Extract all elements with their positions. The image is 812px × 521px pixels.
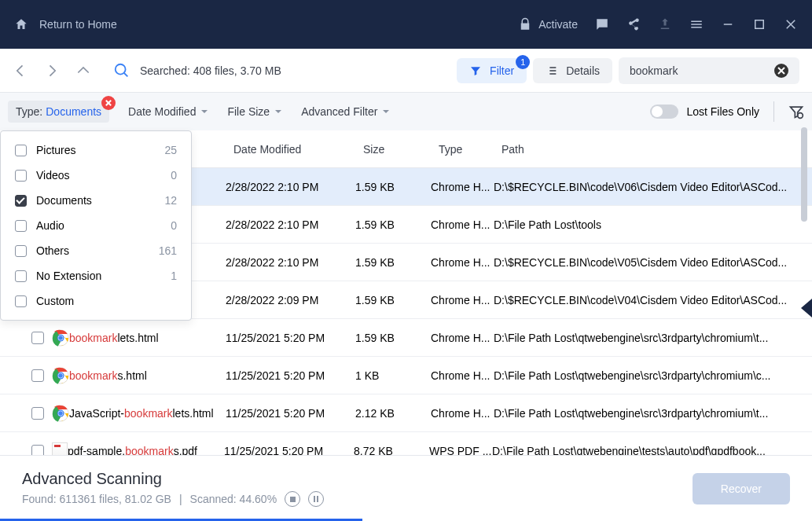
x-icon: [777, 67, 785, 75]
file-type: Chrome H...: [431, 332, 494, 344]
menu-icon[interactable]: [689, 17, 704, 31]
lost-files-toggle[interactable]: Lost Files Only: [650, 105, 759, 119]
dropdown-item[interactable]: Audio0: [1, 213, 191, 238]
file-path: D:\$RECYCLE.BIN\code\V05\Cisdem Video Ed…: [494, 256, 812, 269]
dropdown-item[interactable]: Custom: [1, 288, 191, 314]
column-date[interactable]: Date Modified: [233, 143, 363, 156]
row-checkbox[interactable]: [31, 407, 44, 420]
search-box[interactable]: [619, 57, 799, 84]
filter-icon: [469, 64, 482, 77]
file-type: Chrome H...: [431, 369, 494, 382]
row-checkbox[interactable]: [31, 369, 44, 382]
forward-button[interactable]: [44, 63, 60, 79]
table-row[interactable]: JavaScript-bookmarklets.html11/25/2021 5…: [0, 394, 812, 432]
file-table: Date Modified Size Type Path 2/28/2022 2…: [0, 130, 812, 470]
found-label: Found: 611361 files, 81.02 GB: [22, 493, 171, 505]
checkbox[interactable]: [15, 170, 27, 182]
checkbox[interactable]: [15, 270, 27, 282]
chrome-icon: [52, 405, 69, 422]
scrollbar[interactable]: [801, 127, 807, 222]
file-type: Chrome H...: [431, 181, 494, 193]
search-icon: [113, 62, 130, 79]
up-button[interactable]: [75, 63, 91, 79]
file-date: 11/25/2021 5:20 PM: [226, 407, 355, 420]
type-filter-chip[interactable]: Type: Documents: [8, 101, 109, 123]
minimize-icon[interactable]: [721, 17, 735, 31]
file-date: 11/25/2021 5:20 PM: [226, 332, 355, 344]
activate-button[interactable]: Activate: [518, 17, 578, 31]
export-icon[interactable]: [658, 17, 672, 31]
file-path: D:\File Path Lost\qtwebengine\src\3rdpar…: [494, 407, 812, 420]
details-button[interactable]: Details: [533, 58, 612, 83]
toggle-switch[interactable]: [650, 105, 678, 119]
toolbar: Searched: 408 files, 3.70 MB Filter 1 De…: [0, 49, 812, 93]
file-path: D:\$RECYCLE.BIN\code\V04\Cisdem Video Ed…: [494, 294, 812, 306]
file-size-filter[interactable]: File Size: [227, 105, 282, 118]
svg-point-31: [58, 373, 63, 378]
date-modified-filter[interactable]: Date Modified: [128, 105, 208, 118]
filter-settings-icon[interactable]: [788, 104, 804, 119]
file-type: Chrome H...: [431, 218, 494, 231]
side-panel-toggle[interactable]: [801, 299, 812, 317]
scanned-label: Scanned: 44.60%: [190, 493, 277, 505]
filter-button[interactable]: Filter 1: [457, 58, 527, 83]
file-size: 1.59 KB: [355, 256, 431, 269]
column-path[interactable]: Path: [502, 143, 812, 156]
lock-icon: [518, 17, 532, 31]
svg-point-26: [58, 336, 63, 340]
dropdown-item[interactable]: Pictures25: [1, 138, 191, 163]
file-path: D:\File Path Lost\tools: [494, 218, 812, 231]
file-type: Chrome H...: [431, 256, 494, 269]
return-home-button[interactable]: Return to Home: [14, 17, 117, 31]
remove-type-filter[interactable]: [101, 96, 116, 110]
checkbox[interactable]: [15, 220, 27, 232]
dropdown-item[interactable]: No Extension1: [1, 263, 191, 288]
file-date: 11/25/2021 5:20 PM: [226, 369, 355, 382]
checkbox[interactable]: [15, 195, 27, 207]
column-type[interactable]: Type: [439, 143, 502, 156]
file-date: 2/28/2022 2:10 PM: [226, 181, 355, 193]
svg-point-0: [116, 64, 126, 74]
search-input[interactable]: [630, 64, 774, 77]
row-checkbox[interactable]: [31, 332, 44, 344]
table-row[interactable]: bookmarklets.html11/25/2021 5:20 PM1.59 …: [0, 319, 812, 357]
file-name: bookmarks.html: [69, 369, 226, 382]
return-home-label: Return to Home: [39, 18, 117, 31]
svg-point-36: [58, 411, 63, 416]
file-size: 1.59 KB: [355, 294, 431, 306]
file-size: 1 KB: [355, 369, 431, 382]
clear-search-button[interactable]: [774, 64, 788, 78]
advanced-filter[interactable]: Advanced Filter: [301, 105, 390, 118]
file-date: 2/28/2022 2:09 PM: [226, 294, 355, 306]
checkbox[interactable]: [15, 295, 27, 307]
dropdown-item[interactable]: Others161: [1, 238, 191, 263]
file-size: 1.59 KB: [355, 332, 431, 344]
type-dropdown: Pictures25Videos0Documents12Audio0Others…: [0, 130, 192, 321]
file-date: 2/28/2022 2:10 PM: [226, 218, 355, 231]
search-summary: Searched: 408 files, 3.70 MB: [140, 64, 281, 77]
svg-point-1: [798, 113, 803, 119]
chrome-icon: [52, 329, 69, 347]
checkbox[interactable]: [15, 145, 27, 156]
file-date: 2/28/2022 2:10 PM: [226, 256, 355, 269]
dropdown-item[interactable]: Documents12: [1, 188, 191, 213]
share-icon[interactable]: [626, 17, 641, 31]
maximize-icon[interactable]: [752, 17, 766, 31]
close-icon[interactable]: [784, 17, 798, 31]
filter-bar: Type: Documents Date Modified File Size …: [0, 93, 812, 130]
back-button[interactable]: [13, 63, 28, 79]
checkbox[interactable]: [15, 245, 27, 257]
file-size: 2.12 KB: [355, 407, 431, 420]
file-path: D:\$RECYCLE.BIN\code\V06\Cisdem Video Ed…: [494, 181, 812, 193]
feedback-icon[interactable]: [595, 17, 609, 31]
stop-button[interactable]: [285, 491, 300, 507]
file-type: Chrome H...: [431, 294, 494, 306]
column-size[interactable]: Size: [363, 143, 439, 156]
file-size: 1.59 KB: [355, 218, 431, 231]
pause-button[interactable]: [308, 491, 324, 507]
chevron-down-icon: [274, 108, 282, 116]
dropdown-item[interactable]: Videos0: [1, 163, 191, 188]
table-row[interactable]: bookmarks.html11/25/2021 5:20 PM1 KBChro…: [0, 357, 812, 394]
chrome-icon: [52, 367, 69, 384]
recover-button[interactable]: Recover: [693, 473, 790, 504]
